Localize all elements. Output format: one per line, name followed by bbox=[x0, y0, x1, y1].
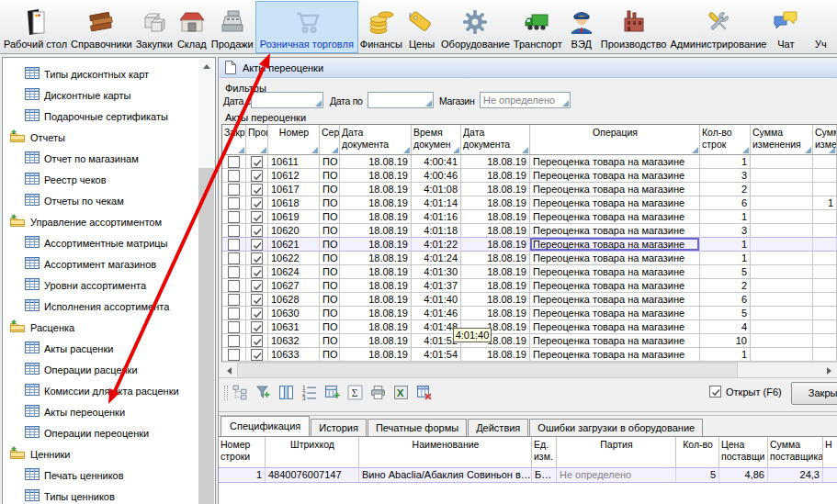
approved-checkbox[interactable] bbox=[246, 334, 268, 347]
sidebar-item[interactable]: Исполнения ассортимента bbox=[3, 296, 198, 317]
tab-active[interactable]: Спецификация bbox=[221, 416, 310, 436]
open-checkbox-group[interactable]: Открыт (F6) bbox=[709, 386, 782, 398]
table-row[interactable]: 10630ПО18.08.194:01:4618.08.19Переоценка… bbox=[222, 307, 837, 320]
sidebar-item[interactable]: Уровни ассортимента bbox=[3, 274, 198, 296]
approved-checkbox[interactable] bbox=[246, 183, 268, 196]
filter-corner-icon[interactable] bbox=[692, 147, 698, 153]
approved-checkbox[interactable] bbox=[246, 279, 268, 292]
tree-icon[interactable] bbox=[232, 385, 248, 400]
approved-checkbox[interactable] bbox=[246, 265, 268, 278]
approved-checkbox[interactable] bbox=[246, 348, 268, 361]
sidebar-item[interactable]: Управление ассортиментом bbox=[3, 211, 198, 232]
column-header[interactable]: Дата документа bbox=[340, 125, 412, 154]
scroll-right-arrow-icon[interactable] bbox=[821, 363, 837, 378]
column-header[interactable]: Время докумен bbox=[412, 125, 461, 154]
toolbar-button[interactable]: Администрирование bbox=[669, 1, 769, 53]
sidebar-item[interactable]: Отчеты по чекам bbox=[3, 190, 198, 211]
closed-checkbox[interactable] bbox=[222, 155, 246, 168]
filter-corner-icon[interactable] bbox=[311, 147, 318, 153]
table-row[interactable]: 10627ПО18.08.194:01:3718.08.19Переоценка… bbox=[222, 279, 837, 293]
filter-corner-icon[interactable] bbox=[805, 147, 811, 153]
filter-corner-icon[interactable] bbox=[742, 147, 749, 153]
spec-row[interactable]: 14840076007147Вино Abaclia/Абаклия Совин… bbox=[219, 468, 837, 483]
column-header[interactable]: Сумм изме bbox=[813, 125, 837, 154]
approved-checkbox[interactable] bbox=[246, 169, 268, 182]
toolbar-button[interactable]: Финансы bbox=[358, 1, 404, 53]
closed-checkbox[interactable] bbox=[222, 196, 246, 209]
date-to-input[interactable] bbox=[368, 92, 434, 108]
sidebar-item[interactable]: Типы дисконтных карт bbox=[3, 63, 198, 84]
sidebar-item[interactable]: Акты расценки bbox=[3, 338, 198, 359]
closed-checkbox[interactable] bbox=[222, 210, 246, 223]
closed-checkbox[interactable] bbox=[222, 348, 246, 361]
sidebar-item[interactable]: Типы ценников bbox=[3, 486, 198, 504]
toolbar-button[interactable]: Склад bbox=[175, 1, 209, 53]
filter-corner-icon[interactable] bbox=[829, 147, 835, 153]
table-row[interactable]: 10617ПО18.08.194:01:0818.08.19Переоценка… bbox=[222, 183, 837, 196]
toolbar-grip[interactable] bbox=[224, 386, 228, 400]
tab-inactive[interactable]: Ошибки загрузки в оборудование bbox=[529, 419, 703, 436]
closed-checkbox[interactable] bbox=[222, 252, 246, 264]
toolbar-button[interactable]: Розничная торговля bbox=[255, 1, 358, 53]
table-row[interactable]: 10631ПО18.08.194:01:4818.08.19Переоценка… bbox=[222, 320, 837, 334]
table-row[interactable]: 10618ПО18.08.194:01:1418.08.19Переоценка… bbox=[222, 196, 837, 210]
spec-column-header[interactable]: Н bbox=[823, 437, 837, 467]
closed-checkbox[interactable] bbox=[222, 224, 246, 237]
spec-column-header[interactable]: Ед. изм. bbox=[532, 437, 557, 467]
sidebar-item[interactable]: Ассортимент магазинов bbox=[3, 253, 198, 274]
table-row[interactable]: 10619ПО18.08.194:01:1618.08.19Переоценка… bbox=[222, 210, 837, 224]
closed-checkbox[interactable] bbox=[222, 265, 246, 278]
hscroll-thumb[interactable] bbox=[237, 363, 738, 378]
approved-checkbox[interactable] bbox=[246, 210, 268, 223]
table-delete-icon[interactable] bbox=[416, 385, 432, 400]
approved-checkbox[interactable] bbox=[246, 320, 268, 333]
tab-inactive[interactable]: Действия bbox=[468, 419, 528, 436]
sidebar-item[interactable]: Реестр чеков bbox=[3, 169, 198, 190]
toolbar-button[interactable]: Чат bbox=[768, 1, 803, 53]
approved-checkbox[interactable] bbox=[246, 196, 268, 209]
sidebar-item[interactable]: Ценники bbox=[3, 443, 198, 465]
sidebar-item[interactable]: Подарочные сертификаты bbox=[3, 106, 198, 127]
filter-corner-icon[interactable] bbox=[238, 147, 244, 153]
toolbar-button[interactable]: Рабочий стол bbox=[2, 1, 69, 53]
column-header[interactable]: Номер bbox=[268, 125, 320, 154]
scroll-up-arrow-icon[interactable] bbox=[198, 59, 214, 73]
table-row[interactable]: 10620ПО18.08.194:01:1818.08.19Переоценка… bbox=[222, 224, 837, 238]
approved-checkbox[interactable] bbox=[246, 252, 268, 264]
table-row[interactable]: 10632ПО18.08.194:01:5218.08.19Переоценка… bbox=[222, 334, 837, 348]
toolbar-button[interactable]: Оборудование bbox=[439, 1, 512, 53]
toolbar-button[interactable]: Производство bbox=[599, 1, 669, 53]
open-checkbox[interactable] bbox=[709, 386, 721, 398]
date-from-input[interactable] bbox=[251, 92, 323, 108]
sidebar-item[interactable]: Операции переоценки bbox=[3, 422, 198, 443]
sidebar-item[interactable]: Расценка bbox=[3, 317, 198, 338]
spec-column-header[interactable]: Штрихкод bbox=[266, 437, 359, 467]
sidebar-item[interactable]: Отчет по магазинам bbox=[3, 148, 198, 169]
tab-inactive[interactable]: Печатные формы bbox=[368, 419, 467, 436]
columns-icon[interactable] bbox=[278, 385, 294, 400]
tab-inactive[interactable]: История bbox=[311, 419, 367, 436]
column-header[interactable]: Сери bbox=[320, 125, 340, 154]
spec-column-header[interactable]: Наименование bbox=[359, 437, 532, 467]
table-row[interactable]: 10621ПО18.08.194:01:2218.08.19Переоценка… bbox=[222, 238, 837, 252]
filter-corner-icon[interactable] bbox=[260, 147, 266, 153]
sidebar-item[interactable]: Печать ценников bbox=[3, 465, 198, 486]
table-horizontal-scrollbar[interactable] bbox=[221, 362, 837, 377]
toolbar-button[interactable]: Уч bbox=[803, 1, 837, 53]
closed-checkbox[interactable] bbox=[222, 279, 246, 292]
closed-checkbox[interactable] bbox=[222, 320, 246, 333]
filter-plus-icon[interactable] bbox=[255, 385, 271, 400]
column-header[interactable]: Дата документа bbox=[461, 125, 530, 154]
approved-checkbox[interactable] bbox=[246, 155, 268, 168]
numbered-list-icon[interactable]: 123 bbox=[301, 385, 317, 400]
sidebar-item[interactable]: Дисконтные карты bbox=[3, 84, 198, 106]
closed-checkbox[interactable] bbox=[222, 183, 246, 196]
toolbar-button[interactable]: Транспорт bbox=[512, 1, 564, 53]
sidebar-item[interactable]: Комиссии для акта расценки bbox=[3, 380, 198, 401]
column-header[interactable]: Закр bbox=[222, 125, 246, 154]
spec-column-header[interactable]: Кол-во bbox=[676, 437, 719, 467]
toolbar-button[interactable]: ВЭД bbox=[564, 1, 599, 53]
calc-plus-icon[interactable] bbox=[324, 385, 340, 400]
sidebar-item[interactable]: Операции расценки bbox=[3, 359, 198, 380]
sigma-icon[interactable]: Σ bbox=[347, 385, 363, 400]
